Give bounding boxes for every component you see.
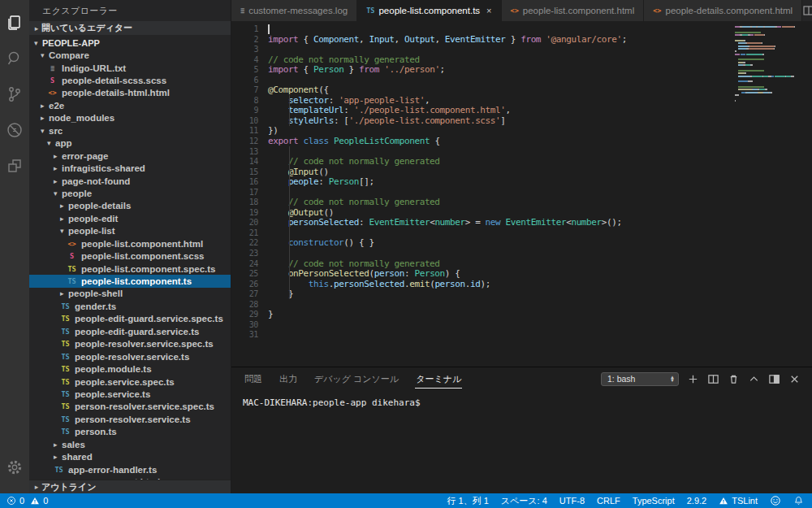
tab-customer-messages.log[interactable]: ≣customer-messages.log	[231, 0, 357, 21]
tab-people-details.component.html[interactable]: <>people-details.component.html	[644, 0, 802, 21]
debug-disabled-icon	[5, 120, 24, 140]
tree-folder-people-edit[interactable]: ▸people-edit	[29, 212, 231, 224]
tslint-status[interactable]: TSLint	[719, 496, 758, 506]
code-editor[interactable]: 12import { Component, Input, Output, Eve…	[231, 21, 812, 367]
activitybar-source-control[interactable]	[0, 76, 29, 112]
tslint-label: TSLint	[732, 496, 758, 506]
tree-file-people.service.spec.ts[interactable]: TSpeople.service.spec.ts	[29, 376, 231, 388]
tree-file-people-edit-guard.service.spec.ts[interactable]: TSpeople-edit-guard.service.spec.ts	[29, 313, 231, 325]
line-text: import { Component, Input, Output, Event…	[258, 34, 627, 45]
notifications-bell-icon[interactable]	[793, 495, 804, 506]
ts-yellow-file-icon: TS	[60, 340, 71, 348]
tree-file-people-list.component.scss[interactable]: Speople-list.component.scss	[29, 250, 231, 262]
close-panel-icon[interactable]	[788, 373, 801, 385]
tree-folder-error-page[interactable]: ▸error-page	[29, 150, 231, 162]
tab-people-list.component.ts[interactable]: TSpeople-list.component.ts×	[357, 0, 501, 21]
tree-item-label: people.service.ts	[75, 389, 150, 399]
code-line-8: 8 selector: 'app-people-list',	[231, 95, 812, 106]
minimap[interactable]	[735, 24, 803, 108]
tree-file-people-list.component.html[interactable]: <>people-list.component.html	[29, 237, 231, 250]
indentation[interactable]: スペース: 4	[501, 495, 547, 507]
outline-section[interactable]: ▸ アウトライン	[29, 480, 231, 493]
tree-file-people-detail-scss.scss[interactable]: Speople-detail-scss.scss	[29, 74, 231, 86]
html-file-icon: <>	[653, 7, 661, 15]
terminal[interactable]: MAC-DIKEHARA:people-app dikehara$	[231, 390, 812, 493]
tree-file-people.module.ts[interactable]: TSpeople.module.ts	[29, 363, 231, 375]
tab-people-list.component.html[interactable]: <>people-list.component.html	[502, 0, 645, 21]
split-terminal-icon[interactable]	[707, 373, 719, 385]
panel-tab-ターミナル[interactable]: ターミナル	[415, 370, 462, 389]
line-text: styleUrls: ['./people-list.component.scs…	[258, 115, 506, 126]
tree-file-people-resolver.service.spec.ts[interactable]: TSpeople-resolver.service.spec.ts	[29, 338, 231, 350]
tree-file-people-edit-guard.service.ts[interactable]: TSpeople-edit-guard.service.ts	[29, 325, 231, 337]
tree-folder-PEOPLE-APP[interactable]: ▾PEOPLE-APP	[29, 37, 231, 49]
open-editors-label: 開いているエディター	[41, 22, 132, 34]
line-number: 2	[231, 34, 258, 45]
line-number: 29	[231, 309, 258, 319]
tree-folder-node_modules[interactable]: ▸node_modules	[29, 112, 231, 124]
activitybar-explorer[interactable]	[0, 5, 29, 41]
feedback-smiley-icon[interactable]	[770, 495, 781, 506]
line-text: @Input()	[258, 167, 329, 177]
code-line-25: 25 onPersonSelected(person: Person) {	[231, 268, 812, 279]
cursor-position[interactable]: 行 1、列 1	[447, 495, 488, 507]
ts-blue-file-icon: TS	[60, 328, 71, 336]
tree-folder-src[interactable]: ▾src	[29, 124, 231, 137]
tree-folder-people[interactable]: ▾people	[29, 187, 231, 199]
kill-terminal-icon[interactable]	[728, 373, 740, 385]
tree-folder-sales[interactable]: ▸sales	[29, 438, 231, 450]
tree-folder-Compare[interactable]: ▾Compare	[29, 49, 231, 61]
tree-file-people-resolver.service.ts[interactable]: TSpeople-resolver.service.ts	[29, 350, 231, 363]
ts-blue-file-icon: TS	[60, 415, 71, 423]
tree-file-gender.ts[interactable]: TSgender.ts	[29, 300, 231, 312]
toggle-panel-icon[interactable]	[768, 373, 780, 385]
tree-file-app-error-handler.ts[interactable]: TSapp-error-handler.ts	[29, 463, 231, 475]
tree-file-people-list.component.ts[interactable]: TSpeople-list.component.ts	[29, 275, 231, 287]
line-text	[258, 24, 268, 34]
eol[interactable]: CRLF	[597, 496, 620, 506]
tree-folder-people-shell[interactable]: ▸people-shell	[29, 288, 231, 300]
settings-button[interactable]	[0, 449, 29, 485]
tree-folder-page-not-found[interactable]: ▸page-not-found	[29, 175, 231, 187]
tree-folder-shared[interactable]: ▸shared	[29, 450, 231, 462]
tree-file-Indigo-URL.txt[interactable]: ≣Indigo-URL.txt	[29, 62, 231, 74]
tree-folder-app[interactable]: ▾app	[29, 137, 231, 150]
tree-item-label: people-details-html.html	[62, 88, 170, 98]
activitybar-debug[interactable]	[0, 112, 29, 148]
tree-folder-people-list[interactable]: ▾people-list	[29, 225, 231, 237]
panel-tab-問題[interactable]: 問題	[244, 370, 263, 389]
tree-folder-people-details[interactable]: ▸people-details	[29, 200, 231, 212]
activitybar-search[interactable]	[0, 41, 29, 76]
line-number: 10	[231, 115, 258, 126]
panel-tab-出力[interactable]: 出力	[279, 370, 298, 389]
language-mode[interactable]: TypeScript	[633, 496, 675, 506]
tslint-warning-icon	[719, 496, 728, 506]
tree-file-person-resolver.service.ts[interactable]: TSperson-resolver.service.ts	[29, 413, 231, 425]
minimap-line	[735, 46, 803, 47]
split-editor-icon[interactable]	[802, 4, 812, 17]
minimap-line	[735, 102, 803, 104]
panel-tab-デバッグ コンソール[interactable]: デバッグ コンソール	[313, 370, 400, 389]
ts-version[interactable]: 2.9.2	[687, 496, 706, 506]
problems-status[interactable]: 0 0	[0, 496, 48, 506]
activitybar-extensions[interactable]	[0, 148, 29, 184]
encoding[interactable]: UTF-8	[559, 496, 585, 506]
open-editors-section[interactable]: ▸ 開いているエディター	[29, 21, 231, 35]
line-number: 27	[231, 289, 258, 299]
tree-folder-infragistics-shared[interactable]: ▸infragistics-shared	[29, 162, 231, 174]
new-terminal-icon[interactable]	[687, 373, 699, 385]
maximize-panel-icon[interactable]	[748, 373, 760, 385]
tree-item-label: people-list.component.ts	[81, 276, 192, 286]
minimap-line	[735, 76, 803, 77]
terminal-shell-select[interactable]: 1: bash ▲▼	[601, 372, 679, 386]
tree-folder-e2e[interactable]: ▸e2e	[29, 99, 231, 111]
tree-file-person.ts[interactable]: TSperson.ts	[29, 426, 231, 438]
code-line-21: 21	[231, 228, 812, 238]
tree-file-people-list.component.spec.ts[interactable]: TSpeople-list.component.spec.ts	[29, 263, 231, 275]
tree-file-people.service.ts[interactable]: TSpeople.service.ts	[29, 388, 231, 400]
sidebar-title: エクスプローラー	[29, 0, 231, 21]
tree-file-person-resolver.service.spec.ts[interactable]: TSperson-resolver.service.spec.ts	[29, 401, 231, 413]
close-tab-icon[interactable]: ×	[486, 6, 491, 15]
line-number: 21	[231, 228, 258, 238]
tree-file-people-details-html.html[interactable]: <>people-details-html.html	[29, 87, 231, 99]
